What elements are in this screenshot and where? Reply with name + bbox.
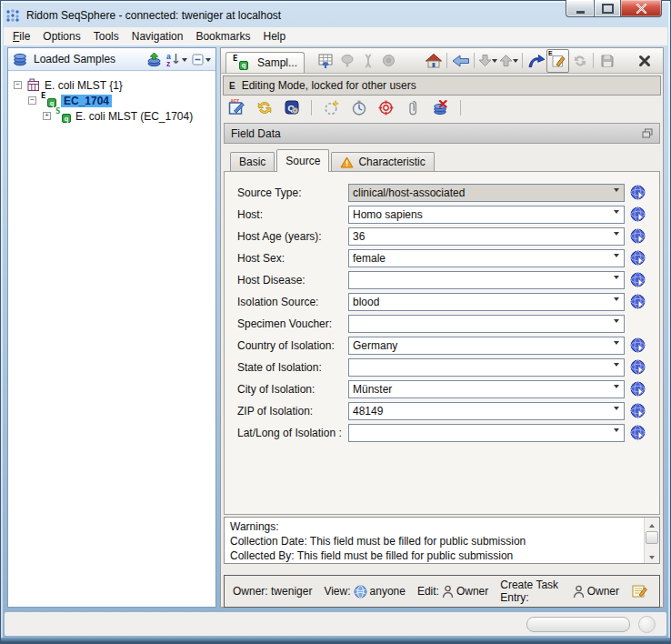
combobox-dropdown-arrow[interactable] (609, 185, 624, 201)
edit-mode-button-selected[interactable]: E (546, 49, 569, 73)
combobox-dropdown-arrow[interactable] (609, 337, 624, 354)
menu-item-options[interactable]: Options (36, 27, 86, 45)
attachment-icon[interactable] (403, 96, 424, 118)
sort-dropdown-caret[interactable] (182, 58, 187, 65)
field-combobox[interactable]: blood (348, 293, 625, 311)
field-combobox[interactable]: 48149 (348, 402, 625, 420)
down-arrow-icon-disabled[interactable] (477, 50, 498, 72)
field-data-title: Field Data (231, 127, 642, 140)
close-button[interactable] (620, 0, 662, 17)
dna-view-icon-disabled[interactable] (357, 50, 378, 72)
field-combobox[interactable] (348, 358, 625, 377)
web-lookup-icon[interactable] (630, 294, 646, 309)
web-lookup-icon[interactable] (630, 185, 646, 200)
task-label: Create Task Entry: (500, 579, 569, 604)
home-icon[interactable] (423, 50, 444, 72)
maximize-button[interactable] (595, 0, 620, 17)
web-lookup-icon[interactable] (630, 425, 646, 440)
combobox-dropdown-arrow[interactable] (609, 250, 624, 267)
view-anyone-globe-icon (354, 585, 367, 599)
warnings-scrollbar[interactable] (644, 518, 659, 563)
web-lookup-icon[interactable] (630, 359, 646, 375)
up-arrow-caret[interactable] (513, 59, 518, 65)
permissions-bar: Owner: tweniger View: anyone Edit: Owner… (224, 575, 660, 608)
query-settings-icon[interactable]: Q (281, 96, 302, 118)
source-tab-panel: Source Type:clinical/host-associatedHost… (224, 171, 660, 515)
timer-icon[interactable] (348, 96, 369, 118)
field-combobox[interactable] (348, 424, 625, 442)
task-note-icon[interactable] (632, 584, 648, 599)
combobox-dropdown-arrow[interactable] (609, 228, 624, 245)
collapse-dropdown-caret[interactable] (205, 58, 211, 65)
tree-node[interactable]: −EqEC_1704 (8, 93, 215, 108)
field-combobox[interactable]: Münster (348, 380, 625, 398)
collapse-icon[interactable]: − (28, 96, 36, 105)
caret-down-icon (614, 428, 619, 435)
restore-icon[interactable] (642, 128, 653, 138)
field-combobox[interactable]: clinical/host-associated (348, 184, 625, 202)
database-icon (13, 53, 27, 66)
circle-view-icon-disabled[interactable] (378, 50, 399, 72)
field-combobox[interactable]: Homo sapiens (348, 206, 625, 224)
load-samples-button[interactable] (146, 52, 162, 67)
tree-view-icon-disabled[interactable] (336, 50, 357, 72)
combobox-dropdown-arrow[interactable] (609, 403, 624, 419)
field-combobox[interactable]: 36 (348, 227, 625, 246)
web-lookup-icon[interactable] (630, 272, 646, 287)
scrollbar-thumb[interactable] (646, 531, 658, 544)
sort-az-button[interactable]: az (166, 52, 187, 66)
menu-item-bookmarks[interactable]: Bookmarks (189, 27, 256, 45)
down-arrow-caret[interactable] (492, 59, 497, 65)
target-icon[interactable] (376, 96, 396, 118)
sample-view-tab[interactable]: Eq Sampl... (225, 52, 305, 73)
tree-node[interactable]: +SqE. coli MLST (EC_1704) (8, 108, 215, 124)
close-view-icon[interactable] (634, 50, 655, 72)
caret-down-icon (614, 232, 619, 238)
new-task-circle-icon[interactable] (321, 96, 342, 118)
delete-database-icon[interactable] (430, 96, 451, 118)
tab-characteristic[interactable]: Characteristic (331, 152, 434, 171)
editing-mode-bar: E Editing Mode, locked for other users (223, 75, 661, 96)
field-label: Host: (237, 208, 348, 221)
collapse-icon[interactable]: − (14, 81, 22, 89)
menu-item-tools[interactable]: Tools (87, 27, 125, 45)
web-lookup-icon[interactable] (630, 206, 646, 222)
scroll-down-icon[interactable] (645, 550, 659, 563)
combobox-dropdown-arrow[interactable] (609, 381, 624, 397)
tab-source[interactable]: Source (276, 149, 329, 171)
combobox-dropdown-arrow[interactable] (609, 272, 624, 288)
combobox-dropdown-arrow[interactable] (609, 294, 624, 310)
go-swoosh-icon[interactable] (526, 50, 546, 72)
scroll-up-icon[interactable] (645, 518, 659, 530)
collapse-all-button[interactable] (192, 54, 211, 65)
web-lookup-icon[interactable] (630, 228, 646, 244)
combobox-dropdown-arrow[interactable] (609, 206, 624, 223)
expand-icon[interactable]: + (43, 112, 51, 120)
menu-bar: FileOptionsToolsNavigationBookmarksHelp (4, 27, 667, 45)
caret-down-icon (614, 341, 619, 347)
field-combobox[interactable]: Germany (348, 337, 625, 355)
sync-database-icon[interactable] (254, 96, 275, 118)
field-combobox[interactable] (348, 271, 625, 289)
tab-basic[interactable]: Basic (230, 152, 275, 171)
combobox-dropdown-arrow[interactable] (609, 425, 624, 441)
menu-item-navigation[interactable]: Navigation (125, 27, 190, 45)
field-combobox[interactable] (348, 315, 625, 333)
web-lookup-icon[interactable] (630, 381, 646, 397)
web-lookup-icon[interactable] (630, 337, 646, 353)
web-lookup-icon[interactable] (630, 403, 646, 418)
table-import-icon[interactable] (315, 50, 336, 72)
back-arrow-icon[interactable] (450, 50, 471, 72)
save-icon-disabled[interactable] (596, 50, 617, 72)
minimize-button[interactable] (566, 0, 595, 17)
up-arrow-icon-disabled[interactable] (498, 50, 519, 72)
menu-item-help[interactable]: Help (256, 27, 292, 45)
web-lookup-icon[interactable] (630, 250, 646, 266)
combobox-dropdown-arrow[interactable] (609, 359, 624, 376)
export-agt-icon[interactable]: AGT (226, 96, 247, 118)
field-combobox[interactable]: female (348, 249, 625, 267)
refresh-icon-disabled[interactable] (569, 50, 590, 72)
combobox-dropdown-arrow[interactable] (609, 316, 624, 332)
menu-item-file[interactable]: File (6, 27, 36, 45)
tree-node[interactable]: −E. coli MLST {1} (8, 77, 215, 93)
